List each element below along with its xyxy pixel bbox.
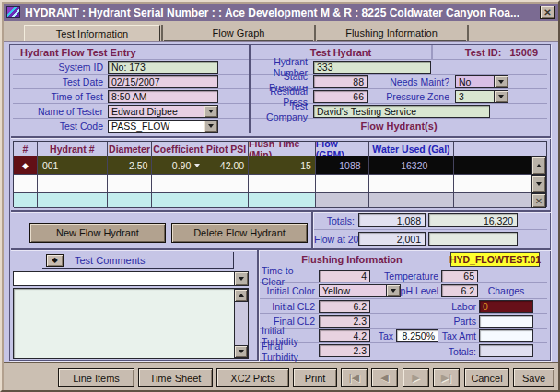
dropdown-button[interactable] (494, 76, 508, 87)
totals-panel: Totals: 1,088 16,320 Flow at 20 PSI 2,00… (314, 212, 547, 248)
table-scroll-down-button[interactable] (531, 175, 546, 193)
tab-flushing-information[interactable]: Flushing Information (317, 25, 466, 41)
arrow-down-icon (239, 350, 244, 353)
pressure-zone-combo[interactable]: 3 (455, 90, 508, 103)
test-id-label: Test ID: (465, 47, 502, 58)
initial-color-combo[interactable]: Yellow (319, 284, 401, 297)
nav-next-button[interactable]: ▶ (402, 368, 429, 387)
temperature-field[interactable]: 65 (441, 270, 478, 282)
col-header-num[interactable]: # (14, 142, 38, 156)
app-icon (6, 6, 20, 18)
cell-flush-time[interactable]: 15 (249, 156, 316, 175)
col-header-flow[interactable]: Flow (GPM) (316, 142, 369, 156)
chevron-down-icon (498, 80, 504, 84)
hydrant-number-field[interactable]: 333 (313, 61, 431, 74)
nav-previous-button[interactable]: ◀ (371, 368, 398, 387)
test-comments-combo[interactable] (13, 271, 249, 286)
comments-scroll-up-button[interactable] (234, 289, 248, 302)
time-to-clear-field[interactable]: 4 (319, 270, 370, 282)
test-comments-button[interactable]: ◆ (46, 254, 64, 267)
scrollbar-header-cap (531, 142, 546, 156)
xc2-picts-button[interactable]: XC2 Picts (216, 368, 289, 387)
close-button[interactable]: ✕ (540, 6, 555, 19)
time-of-test-field[interactable]: 8:50 AM (108, 90, 218, 103)
cell-pitot[interactable]: 42.00 (204, 156, 249, 175)
initial-cl2-row: Initial CL2 6.2 Labor 0 (260, 299, 547, 314)
test-comments-header: ◆ Test Comments (42, 252, 234, 269)
cell-hydrant[interactable]: 001 (38, 156, 108, 175)
ph-level-field[interactable]: 6.2 (441, 284, 478, 297)
needs-maint-combo[interactable]: No (455, 75, 508, 88)
tab-flow-graph[interactable]: Flow Graph (164, 25, 313, 41)
col-header-flush-time[interactable]: Flush Time (Min) (249, 142, 316, 156)
save-button[interactable]: Save (513, 368, 554, 387)
dropdown-button[interactable] (204, 121, 217, 132)
cancel-button[interactable]: Cancel (464, 368, 509, 387)
title-bar: HYDRANT : Hydrant Serial Number : : Ace … (4, 4, 558, 21)
totals-label: Totals: (314, 215, 355, 226)
initial-cl2-field[interactable]: 6.2 (319, 300, 370, 313)
cell-empty (316, 193, 369, 208)
dropdown-button[interactable] (204, 106, 217, 117)
comments-scrollbar-track[interactable] (234, 302, 248, 345)
test-id-value: 15009 (504, 47, 538, 58)
cell-flow-gpm[interactable]: 1088 (316, 156, 369, 175)
name-of-tester-label: Name of Tester (13, 106, 108, 117)
system-id-field[interactable]: No: 173 (108, 61, 218, 74)
parts-field[interactable] (479, 315, 533, 328)
flow-test-entry-panel: Hydrant Flow Test Entry System ID No: 17… (13, 45, 249, 133)
test-date-field[interactable]: 02/15/2007 (108, 75, 218, 88)
col-header-hydrant[interactable]: Hydrant # (38, 142, 108, 156)
bottom-divider (257, 250, 259, 361)
table-row-empty[interactable] (14, 175, 546, 193)
col-header-coefficient[interactable]: Coefficient (152, 142, 204, 156)
col-header-diameter[interactable]: Diameter (108, 142, 153, 156)
final-turbidity-field[interactable]: 2.3 (319, 344, 370, 357)
new-flow-hydrant-button[interactable]: New Flow Hydrant (29, 223, 166, 243)
dropdown-button[interactable] (234, 272, 248, 285)
cell-coefficient[interactable]: 0.90 (152, 156, 204, 175)
test-comments-combo-value (14, 272, 234, 285)
initial-turbidity-field[interactable]: 4.2 (319, 329, 370, 342)
table-scroll-up-button[interactable] (531, 156, 546, 175)
flow-at-20-label: Flow at 20 PSI (314, 234, 355, 245)
table-resize-box[interactable]: ✕ (531, 193, 546, 208)
dropdown-button[interactable] (494, 91, 508, 102)
cell-empty (316, 175, 369, 193)
static-pressure-field[interactable]: 88 (313, 75, 368, 88)
print-button[interactable]: Print (293, 368, 337, 387)
name-of-tester-combo[interactable]: Edward Digbee (108, 105, 218, 118)
flow-at-20-row: Flow at 20 PSI 2,001 (314, 230, 547, 248)
tax-amt-label: Tax Amt (407, 329, 476, 343)
coefficient-value: 0.90 (172, 160, 191, 171)
test-comments-listbox[interactable] (13, 288, 249, 359)
totals-flow-field: 1,088 (358, 213, 426, 227)
table-row-selected[interactable]: ◆ 001 2.50 0.90 42.00 15 1088 16320 (14, 156, 546, 175)
labor-field[interactable]: 0 (479, 300, 533, 313)
tab-test-information[interactable]: Test Information (24, 25, 160, 41)
time-sheet-button[interactable]: Time Sheet (138, 368, 213, 387)
cell-empty (108, 193, 153, 208)
delete-flow-hydrant-button[interactable]: Delete Flow Hydrant (171, 223, 308, 243)
chevron-down-icon[interactable] (194, 164, 200, 167)
nav-last-button[interactable]: ▶| (433, 368, 460, 387)
nav-first-button[interactable]: |◀ (341, 368, 368, 387)
test-code-combo[interactable]: PASS_FLOW (108, 120, 218, 133)
pressure-zone-label: Pressure Zone (370, 91, 455, 102)
tax-amt-field[interactable] (479, 329, 533, 342)
test-company-field[interactable]: David's Testing Service (313, 105, 490, 118)
comments-scroll-down-button[interactable] (234, 345, 248, 358)
line-items-button[interactable]: Line Items (58, 368, 134, 387)
cell-empty (38, 193, 108, 208)
col-header-pitot[interactable]: Pitot PSI (204, 142, 249, 156)
cell-water-used[interactable]: 16320 (369, 156, 455, 175)
cell-diameter[interactable]: 2.50 (108, 156, 153, 175)
test-code-value: PASS_FLOW (109, 121, 204, 132)
dropdown-button[interactable] (386, 285, 400, 296)
table-row-new[interactable]: ✕ (14, 193, 546, 208)
ph-level-label: pH Level (400, 283, 438, 298)
residual-press-field[interactable]: 66 (313, 90, 368, 103)
col-header-water-used[interactable]: Water Used (Gal) (369, 142, 455, 156)
test-code-label: Test Code (13, 121, 108, 132)
final-cl2-field[interactable]: 2.3 (319, 315, 370, 328)
